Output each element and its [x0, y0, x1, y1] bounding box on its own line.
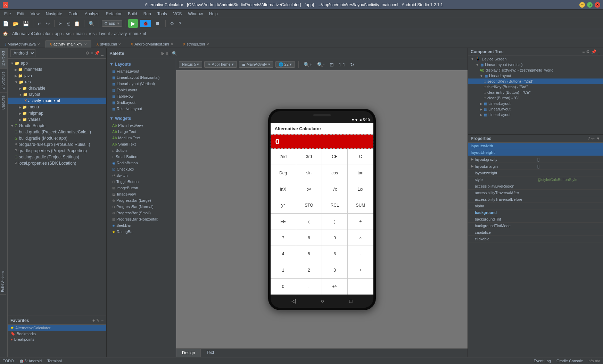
- menu-view[interactable]: View: [28, 11, 42, 17]
- props-undo-btn[interactable]: ↩: [591, 136, 595, 141]
- palette-ctrl-btn2[interactable]: |: [170, 51, 171, 56]
- tab-androidmanifest[interactable]: X AndroidManifest.xml ✕: [126, 40, 177, 48]
- menu-navigate[interactable]: Navigate: [43, 11, 65, 17]
- tree-item-proguard[interactable]: P proguard-rules.pro (ProGuard Rules...): [8, 141, 106, 148]
- calc-btn-0[interactable]: 0: [271, 279, 296, 295]
- expand-arrow-drawable[interactable]: ▶: [19, 86, 22, 90]
- calc-btn-dot[interactable]: .: [296, 279, 322, 295]
- actual-size-btn[interactable]: 1:1: [337, 61, 347, 68]
- tab-strings-xml[interactable]: X strings.xml ✕: [179, 40, 214, 48]
- calc-btn-c[interactable]: C: [348, 149, 373, 165]
- tab-text[interactable]: Text: [201, 349, 220, 357]
- breadcrumb-res[interactable]: res: [89, 31, 95, 36]
- tree-item-menu[interactable]: ▶ 📁 menu: [8, 104, 106, 110]
- back-nav-icon[interactable]: ◁: [291, 298, 296, 304]
- toolbar-new-btn[interactable]: 📄: [1, 20, 10, 27]
- calc-btn-lnx[interactable]: lnX: [271, 181, 296, 197]
- props-help-btn[interactable]: ?: [587, 136, 590, 141]
- palette-ctrl-btn1[interactable]: ≡: [166, 51, 168, 56]
- ct-expand-ll2[interactable]: ▶: [480, 102, 482, 106]
- android-tab[interactable]: 🤖 6: Android: [19, 359, 42, 363]
- ct-clear-button[interactable]: □ clear (Button) - "C": [468, 95, 603, 101]
- palette-item-progressbar-horizontal[interactable]: ⊟ ProgressBar (Horizontal): [107, 216, 176, 222]
- expand-icon-margin[interactable]: ▶: [471, 164, 473, 168]
- calc-btn-sqrt[interactable]: √x: [322, 181, 347, 197]
- fav-add-btn[interactable]: +: [92, 318, 95, 323]
- tab-close-manifest[interactable]: ✕: [171, 42, 173, 46]
- expand-arrow-app[interactable]: ▼: [10, 61, 14, 65]
- calc-btn-cos[interactable]: cos: [322, 165, 347, 181]
- tree-item-java[interactable]: ▶ 📁 java: [8, 73, 106, 79]
- calc-btn-sin[interactable]: sin: [296, 165, 322, 181]
- prop-capitalize[interactable]: capitalize: [468, 229, 603, 236]
- breadcrumb-file[interactable]: activity_main.xml: [114, 31, 146, 36]
- toolbar-help-btn[interactable]: ?: [177, 20, 183, 27]
- palette-layouts-header[interactable]: ▼ Layouts: [107, 60, 176, 68]
- expand-icon-gravity[interactable]: ▶: [471, 157, 473, 162]
- menu-code[interactable]: Code: [66, 11, 81, 17]
- recents-nav-icon[interactable]: □: [349, 298, 352, 304]
- calc-btn-3[interactable]: 3: [322, 262, 347, 278]
- tab-styles-xml[interactable]: X styles.xml ✕: [92, 40, 126, 48]
- ct-expand-ll3[interactable]: ▶: [480, 107, 482, 111]
- todo-tab[interactable]: TODO: [3, 359, 14, 363]
- calc-btn-recip[interactable]: 1/x: [348, 181, 373, 197]
- fit-btn[interactable]: ⊡: [328, 61, 335, 68]
- breadcrumb-src[interactable]: src: [66, 31, 72, 36]
- calc-btn-yx[interactable]: yˣ: [271, 197, 296, 213]
- tree-item-drawable[interactable]: ▶ 📁 drawable: [8, 85, 106, 91]
- expand-arrow-layout[interactable]: ▼: [19, 93, 22, 97]
- tree-item-app[interactable]: ▼ 📁 app: [8, 60, 106, 66]
- tree-item-local-props[interactable]: P local.properties (SDK Location): [8, 160, 106, 166]
- palette-item-progressbar-large[interactable]: ⊖ ProgressBar (Large): [107, 197, 176, 204]
- palette-item-button[interactable]: □ Button: [107, 147, 176, 154]
- tab-close-strings[interactable]: ✕: [206, 42, 209, 46]
- panel-minimize-btn[interactable]: _: [101, 51, 104, 56]
- prop-alpha[interactable]: alpha: [468, 203, 603, 209]
- calc-btn-6[interactable]: 6: [322, 246, 347, 262]
- tree-item-res[interactable]: ▼ 📁 res: [8, 79, 106, 85]
- toolbar-undo-btn[interactable]: ↩: [36, 20, 43, 27]
- menu-refactor[interactable]: Refactor: [103, 11, 124, 17]
- calc-btn-x2[interactable]: x²: [296, 181, 322, 197]
- palette-item-switch[interactable]: ⇄ Switch: [107, 172, 176, 179]
- tree-item-gradle-props[interactable]: P gradle.properties (Project Properties): [8, 148, 106, 154]
- menu-vcs[interactable]: VCS: [171, 11, 185, 17]
- toolbar-settings-btn[interactable]: ⚙: [168, 20, 176, 27]
- side-tab-project[interactable]: 1: Project: [0, 48, 7, 68]
- build-variants-tab[interactable]: Build Variants: [0, 269, 6, 295]
- palette-item-tablerow[interactable]: ▦ TableRow: [107, 93, 176, 99]
- tree-item-values[interactable]: ▶ 📁 values: [8, 116, 106, 123]
- calc-btn-deg[interactable]: Deg: [271, 165, 296, 181]
- palette-item-gridlayout[interactable]: ▦ GridLayout: [107, 99, 176, 106]
- palette-item-imageview[interactable]: 🖼 ImageView: [107, 191, 176, 197]
- palette-item-imagebutton[interactable]: ⊞ ImageButton: [107, 185, 176, 191]
- ct-linearlayout-1[interactable]: ▼ ▦ LinearLayout: [468, 73, 603, 78]
- palette-item-radiobutton[interactable]: ◉ RadioButton: [107, 160, 176, 166]
- ct-secondkey-button[interactable]: □ secondKey (Button) - "2nd": [468, 78, 603, 84]
- calc-btn-sto[interactable]: STO: [296, 197, 322, 213]
- zoom-out-btn[interactable]: 🔍-: [316, 61, 326, 68]
- toolbar-cut-btn[interactable]: ✂: [57, 20, 64, 27]
- ct-clearentry-button[interactable]: □ clearEntry (Button) - "CE": [468, 90, 603, 95]
- terminal-tab[interactable]: Terminal: [47, 359, 62, 363]
- activity-selector[interactable]: ☰ MainActivity ▾: [239, 61, 273, 68]
- palette-item-large-text[interactable]: Ab Large Text: [107, 129, 176, 135]
- props-filter-btn[interactable]: ▼: [596, 136, 600, 141]
- debug-button[interactable]: 🐞: [140, 20, 151, 27]
- expand-arrow-java[interactable]: ▶: [15, 74, 17, 78]
- tree-item-layout[interactable]: ▼ 📁 layout: [8, 91, 106, 98]
- calc-btn-2[interactable]: 2: [296, 262, 322, 278]
- menu-tools[interactable]: Tools: [155, 11, 170, 17]
- refresh-btn[interactable]: ↻: [349, 61, 356, 68]
- prop-layout-margin[interactable]: ▶ layout:margin []: [468, 163, 603, 170]
- calc-btn-ee[interactable]: EE: [271, 214, 296, 230]
- menu-help[interactable]: Help: [206, 11, 221, 17]
- panel-settings-btn[interactable]: ⚙: [85, 51, 89, 56]
- fav-remove-btn[interactable]: −: [101, 318, 104, 323]
- tab-close-activity-main[interactable]: ✕: [84, 42, 87, 46]
- ct-linearlayout-3[interactable]: ▶ ▦ LinearLayout: [468, 106, 603, 112]
- tab-close-styles[interactable]: ✕: [118, 42, 121, 46]
- ct-thirdkey-button[interactable]: □ thirdKey (Button) - "3rd": [468, 84, 603, 90]
- calc-btn-ce[interactable]: CE: [322, 149, 347, 165]
